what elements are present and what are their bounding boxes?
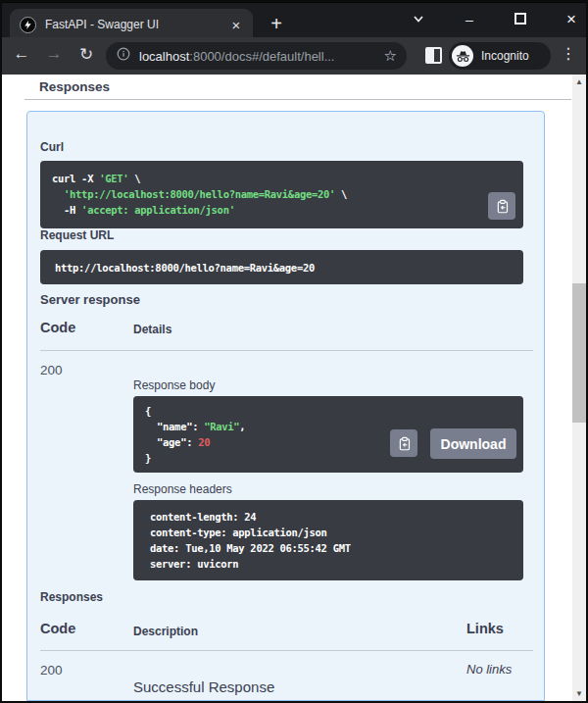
- fastapi-favicon-icon: [20, 17, 36, 33]
- table-divider: [40, 650, 533, 651]
- copy-response-button[interactable]: [390, 429, 417, 457]
- tab-search-chevron-icon[interactable]: [408, 12, 429, 27]
- swagger-page: Responses Curl curl -X 'GET' \ 'http://l…: [2, 75, 572, 701]
- new-tab-button[interactable]: +: [263, 11, 290, 38]
- scrollbar-thumb[interactable]: [572, 283, 586, 423]
- server-response-code: 200: [40, 363, 63, 377]
- bookmark-star-icon[interactable]: ☆: [384, 47, 397, 65]
- server-table-code-header: Code: [40, 320, 75, 335]
- curl-label: Curl: [40, 140, 64, 154]
- url-host: localhost: [139, 49, 189, 64]
- curl-code-block: curl -X 'GET' \ 'http://localhost:8000/h…: [40, 161, 523, 228]
- back-button[interactable]: ←: [10, 44, 33, 64]
- server-response-header: Server response: [40, 292, 140, 307]
- reload-button[interactable]: ↻: [74, 44, 98, 65]
- forward-button[interactable]: →: [42, 44, 66, 64]
- minimize-button[interactable]: –: [459, 12, 480, 27]
- browser-menu-icon[interactable]: ⋮: [561, 44, 576, 63]
- close-window-button[interactable]: ×: [561, 10, 582, 29]
- responses-row-code: 200: [40, 663, 63, 678]
- page-scrollbar[interactable]: ▲ ▼: [572, 75, 586, 701]
- scroll-up-icon[interactable]: ▲: [572, 75, 586, 89]
- responses-table-title: Responses: [40, 590, 103, 604]
- address-bar[interactable]: localhost:8000/docs#/default/hell... ☆: [106, 42, 407, 70]
- response-headers-label: Response headers: [133, 482, 232, 496]
- responses-description-header: Description: [133, 625, 198, 638]
- side-panel-icon[interactable]: [425, 47, 442, 64]
- browser-window: FastAPI - Swagger UI × + – × ← → ↻ local…: [0, 0, 588, 703]
- server-table-details-header: Details: [133, 323, 172, 336]
- browser-tab[interactable]: FastAPI - Swagger UI ×: [10, 9, 253, 40]
- responses-code-header: Code: [40, 621, 75, 636]
- tab-title: FastAPI - Swagger UI: [45, 18, 227, 31]
- request-url-label: Request URL: [40, 228, 114, 242]
- response-headers-block: content-length: 24content-type: applicat…: [133, 500, 523, 580]
- incognito-spy-icon: [452, 45, 473, 67]
- request-url-block: http://localhost:8000/hello?name=Ravi&ag…: [40, 250, 523, 284]
- responses-row-links: No links: [466, 662, 512, 677]
- section-divider: [24, 99, 571, 100]
- incognito-badge: Incognito: [449, 42, 551, 70]
- table-divider: [40, 350, 533, 351]
- responses-row-description: Successful Response: [133, 678, 274, 695]
- page-info-icon[interactable]: [117, 47, 130, 65]
- download-button[interactable]: Download: [430, 428, 516, 459]
- responses-links-header: Links: [466, 621, 504, 636]
- copy-curl-button[interactable]: [488, 192, 515, 220]
- scroll-down-icon[interactable]: ▼: [572, 686, 586, 701]
- url-text: localhost:8000/docs#/default/hell...: [139, 49, 384, 64]
- maximize-button[interactable]: [510, 12, 531, 27]
- incognito-label: Incognito: [481, 49, 529, 63]
- tab-close-icon[interactable]: ×: [227, 17, 245, 33]
- url-path: :8000/docs#/default/hell...: [189, 49, 334, 64]
- responses-section-header: Responses: [39, 79, 110, 94]
- opblock-get-panel: Curl curl -X 'GET' \ 'http://localhost:8…: [26, 111, 545, 701]
- tab-strip: FastAPI - Swagger UI × + – ×: [0, 0, 588, 37]
- response-body-label: Response body: [133, 378, 215, 392]
- window-controls: – ×: [408, 3, 582, 36]
